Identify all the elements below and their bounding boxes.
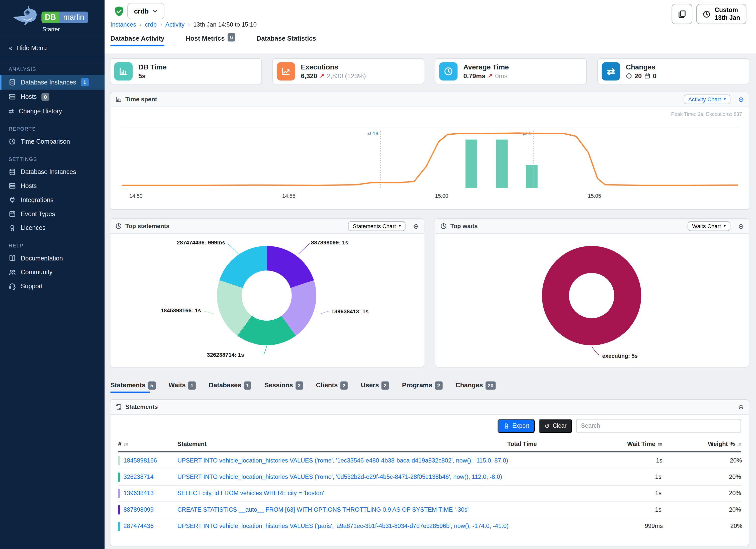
sidebar-item-database-instances[interactable]: Database Instances <box>0 165 105 179</box>
calendar-icon <box>9 210 16 218</box>
sidebar-item-hosts[interactable]: Hosts0 <box>0 89 105 104</box>
executions-bar[interactable] <box>465 140 477 188</box>
table-row: 887898099 CREATE STATISTICS __auto__ FRO… <box>118 501 741 517</box>
collapse-statements-panel-icon[interactable]: ⊖ <box>413 222 419 230</box>
sidebar-item-time-comparison[interactable]: Time Comparison <box>0 135 105 149</box>
brand-db: DB <box>41 12 59 23</box>
statement-id-link[interactable]: 139638413 <box>123 490 153 497</box>
table-body: 1845898166 UPSERT INTO vehicle_location_… <box>118 452 741 534</box>
sidebar-item-documentation[interactable]: Documentation <box>0 251 105 265</box>
statement-color-bar <box>118 456 120 465</box>
top-statements-panel: Top statements Statements Chart▾ ⊖ 28747… <box>110 218 424 367</box>
statement-text-link[interactable]: UPSERT INTO vehicle_location_histories V… <box>177 523 509 529</box>
statement-id-link[interactable]: 887898099 <box>123 506 153 513</box>
collapse-table-panel-icon[interactable]: ⊖ <box>738 403 744 411</box>
sidebar-item-database-instances[interactable]: Database Instances1 <box>0 75 105 89</box>
sidebar-item-event-types[interactable]: Event Types <box>0 207 105 221</box>
detail-tab-clients[interactable]: Clients2 <box>316 381 348 393</box>
col-header-weight[interactable]: Weight %↓≡ <box>661 440 741 447</box>
waits-chart-select[interactable]: Waits Chart▾ <box>687 221 730 231</box>
detail-tab-badge: 1 <box>244 381 251 389</box>
col-header-id[interactable]: #↓≡ <box>118 440 177 447</box>
table-row: 287474436 UPSERT INTO vehicle_location_h… <box>118 518 741 534</box>
calendar-icon[interactable] <box>644 73 650 79</box>
statement-text-link[interactable]: UPSERT INTO vehicle_location_histories V… <box>177 474 507 480</box>
top-waits-panel: Top waits Waits Chart▾ ⊖ executing: 5s <box>435 218 749 367</box>
pie-chart-icon <box>115 223 122 230</box>
col-header-statement[interactable]: Statement <box>177 440 507 447</box>
x-axis-label: 15:00 <box>435 193 448 199</box>
tab-host-metrics[interactable]: Host Metrics6 <box>186 35 235 46</box>
pie-chart-icon <box>440 223 447 230</box>
sidebar-item-hosts[interactable]: Hosts <box>0 179 105 193</box>
people-icon <box>9 268 16 276</box>
detail-tabs: Statements5Waits1Databases1Sessions2Clie… <box>110 381 749 393</box>
tab-database-statistics[interactable]: Database Statistics <box>256 35 316 46</box>
statement-color-bar <box>118 472 120 482</box>
table-row: 139638413 SELECT city, id FROM vehicles … <box>118 485 741 501</box>
detail-tab-statements[interactable]: Statements5 <box>110 381 155 393</box>
col-header-total-time[interactable]: Total Time <box>507 440 584 447</box>
weight-value: 20% <box>661 490 741 497</box>
detail-tab-waits[interactable]: Waits1 <box>168 381 196 393</box>
sidebar-section-title: REPORTS <box>0 118 105 134</box>
header: crdb Instances › crdb › Activity › 13th … <box>105 0 756 54</box>
detail-tab-changes[interactable]: Changes20 <box>455 381 496 393</box>
peak-annotation: Peak Time: 2s, Executions: 837 <box>671 111 742 117</box>
instance-selector[interactable]: crdb <box>127 3 165 19</box>
sidebar-item-support[interactable]: Support <box>0 279 105 293</box>
tab-database-activity[interactable]: Database Activity <box>110 35 164 46</box>
chevrons-left-icon: « <box>9 44 12 52</box>
clear-button[interactable]: ↺ Clear <box>539 419 572 433</box>
export-button[interactable]: Export <box>497 419 535 433</box>
statements-chart-select[interactable]: Statements Chart▾ <box>348 221 406 231</box>
statement-id-link[interactable]: 1845898166 <box>123 457 157 464</box>
sidebar-item-community[interactable]: Community <box>0 265 105 279</box>
swap-arrows-icon: ⇄ <box>9 108 14 115</box>
statement-id-link[interactable]: 287474436 <box>123 523 153 529</box>
undo-icon: ↺ <box>544 422 550 429</box>
statements-table: #↓≡ Statement Total Time Wait Time↑≡ Wei… <box>118 437 741 534</box>
screen: DB marlin Starter « Hide Menu ANALYSISDa… <box>0 0 756 549</box>
weight-value: 20% <box>661 474 741 480</box>
statement-text-link[interactable]: CREATE STATISTICS __auto__ FROM [63] WIT… <box>177 506 507 513</box>
copy-button[interactable] <box>672 4 693 24</box>
search-input[interactable] <box>576 419 741 433</box>
wait-time-value: 999ms <box>586 523 663 529</box>
linechart-icon <box>281 66 291 76</box>
statement-color-bar <box>118 505 120 514</box>
detail-tab-users[interactable]: Users2 <box>361 381 389 393</box>
db-time-line <box>122 133 738 186</box>
activity-chart-svg[interactable]: ⇄ 16 ⇄ 4 <box>110 107 749 209</box>
x-axis-label: 14:55 <box>282 193 296 199</box>
executions-bar[interactable] <box>526 165 538 188</box>
collapse-waits-panel-icon[interactable]: ⊖ <box>738 222 744 230</box>
executions-bar[interactable] <box>496 140 508 188</box>
collapse-time-panel-icon[interactable]: ⊖ <box>738 96 744 103</box>
sidebar-item-change-history[interactable]: ⇄Change History <box>0 104 105 118</box>
statement-text-link[interactable]: UPSERT INTO vehicle_location_histories V… <box>177 457 508 464</box>
detail-tab-programs[interactable]: Programs2 <box>402 381 442 393</box>
weight-value: 20% <box>661 506 741 513</box>
hide-menu-button[interactable]: « Hide Menu <box>0 38 105 58</box>
change-marker-label[interactable]: ⇄ 16 <box>367 131 378 136</box>
activity-chart-select[interactable]: Activity Chart▾ <box>684 95 731 104</box>
breadcrumb-instances[interactable]: Instances <box>110 21 136 28</box>
detail-tab-sessions[interactable]: Sessions2 <box>264 381 303 393</box>
up-trend-icon: ↗ <box>488 72 493 79</box>
detail-tab-badge: 2 <box>435 381 442 389</box>
breadcrumb-instance[interactable]: crdb <box>145 21 157 28</box>
sidebar-section-title: HELP <box>0 235 105 251</box>
statements-donut-chart[interactable]: 287474436: 999ms 887898099: 1s 184589816… <box>110 234 424 367</box>
sidebar-item-licences[interactable]: Licences <box>0 221 105 235</box>
time-range-button[interactable]: Custom 13th Jan <box>696 4 746 24</box>
info-icon[interactable] <box>626 73 632 79</box>
statement-text-link[interactable]: SELECT city, id FROM vehicles WHERE city… <box>177 490 507 497</box>
statement-id-link[interactable]: 326238714 <box>123 474 153 480</box>
col-header-wait-time[interactable]: Wait Time↑≡ <box>584 440 661 447</box>
sidebar-section-title: SETTINGS <box>0 148 105 165</box>
breadcrumb-activity[interactable]: Activity <box>165 21 184 28</box>
waits-donut-chart[interactable]: executing: 5s <box>435 234 749 367</box>
sidebar-item-integrations[interactable]: Integrations <box>0 193 105 207</box>
detail-tab-databases[interactable]: Databases1 <box>209 381 251 393</box>
